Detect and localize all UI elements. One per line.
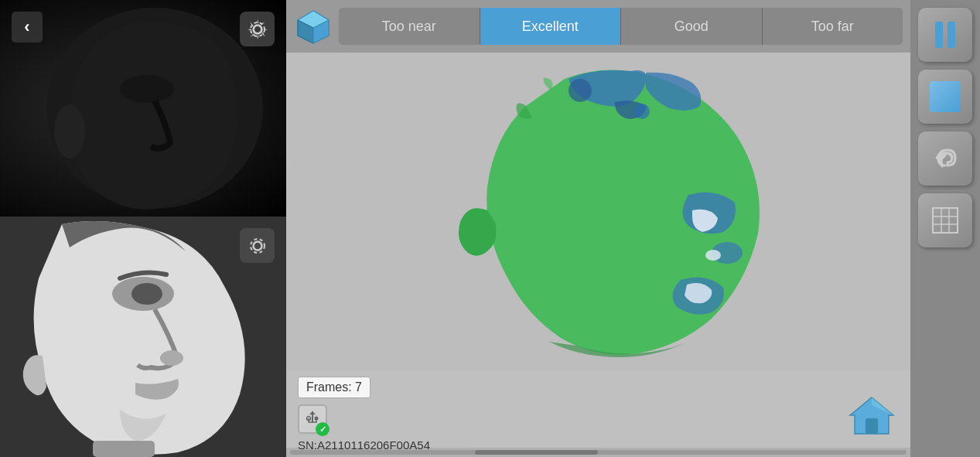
grid-icon: [930, 205, 961, 236]
home-icon: [849, 394, 895, 436]
svg-point-4: [253, 25, 261, 33]
svg-point-9: [160, 350, 183, 366]
scroll-track[interactable]: [290, 450, 907, 455]
left-camera-panel: ‹: [0, 0, 286, 457]
svg-point-17: [569, 79, 592, 102]
top-bar: Too near Excellent Good Too far: [286, 0, 910, 53]
usb-icon: ✓: [298, 404, 327, 434]
svg-point-11: [253, 241, 261, 250]
svg-point-18: [634, 104, 650, 119]
tab-good[interactable]: Good: [621, 8, 762, 45]
tab-bar: Too near Excellent Good Too far: [339, 8, 903, 45]
undo-button[interactable]: [918, 131, 972, 186]
tab-too-near[interactable]: Too near: [339, 8, 480, 45]
cube-icon: [294, 7, 333, 46]
back-button[interactable]: ‹: [12, 12, 43, 43]
usb-check-icon: ✓: [316, 422, 330, 436]
svg-rect-10: [93, 441, 155, 457]
svg-point-20: [705, 250, 721, 261]
info-bar: Frames: 7 ✓ SN:A2110116206F00A54: [286, 370, 910, 448]
usb-status: ✓: [298, 404, 899, 434]
tab-excellent[interactable]: Excellent: [480, 8, 621, 45]
svg-point-1: [54, 104, 85, 159]
square-icon: [930, 81, 961, 112]
settings-button-bottom[interactable]: [240, 228, 275, 263]
home-button[interactable]: [849, 394, 895, 436]
grid-button[interactable]: [918, 193, 972, 247]
settings-button-top[interactable]: [240, 12, 275, 46]
head-model-svg: [418, 53, 820, 370]
right-panel: [910, 0, 980, 457]
pause-button[interactable]: [918, 8, 972, 62]
gear-icon-top: [246, 18, 269, 41]
svg-rect-26: [933, 208, 958, 233]
tab-too-far[interactable]: Too far: [763, 8, 903, 45]
main-panel: Too near Excellent Good Too far: [286, 0, 910, 457]
svg-point-8: [131, 283, 162, 305]
camera-view-bottom: [0, 217, 286, 457]
camera-view-top: ‹: [0, 0, 286, 217]
undo-icon: [930, 144, 960, 173]
svg-rect-25: [866, 418, 878, 434]
frame-button[interactable]: [918, 70, 972, 124]
frames-counter: Frames: 7: [298, 377, 370, 398]
gear-icon-bottom: [246, 234, 269, 257]
svg-point-2: [120, 75, 174, 103]
pause-icon: [935, 22, 955, 48]
scroll-thumb[interactable]: [475, 450, 598, 455]
model-container: [418, 53, 820, 370]
3d-view: [286, 53, 910, 370]
